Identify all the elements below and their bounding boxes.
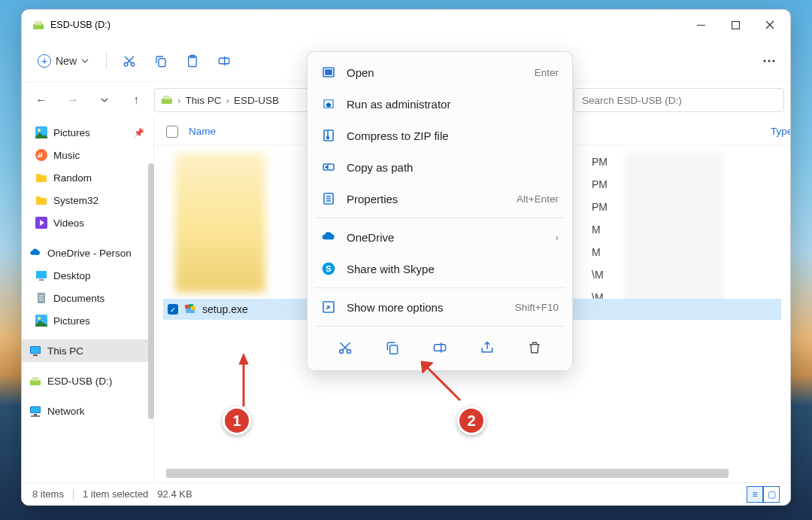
menu-item-compress[interactable]: Compress to ZIP file — [308, 120, 572, 151]
tiles-view-button[interactable]: ▢ — [763, 486, 780, 503]
dates-column: PM PM PM M M \M \M — [592, 156, 629, 303]
separator — [315, 287, 565, 288]
annotation-arrow — [236, 354, 251, 411]
nav-item-onedrive[interactable]: OneDrive - Person — [22, 242, 153, 264]
nav-recent-button[interactable] — [91, 87, 118, 114]
column-type[interactable]: Type — [771, 126, 791, 137]
nav-item-thispc[interactable]: This PC — [22, 339, 153, 362]
nav-item-pictures[interactable]: Pictures 📌 — [22, 121, 153, 144]
new-button[interactable]: + New — [28, 49, 98, 73]
menu-item-more-options[interactable]: Show more options Shift+F10 — [308, 291, 572, 323]
nav-item-network[interactable]: Network — [22, 400, 153, 422]
folder-icon — [35, 172, 47, 184]
nav-up-button[interactable]: ↑ — [123, 87, 150, 114]
svg-rect-46 — [191, 306, 195, 310]
menu-label: OneDrive — [347, 231, 394, 244]
nav-item-od-documents[interactable]: Documents — [22, 287, 153, 309]
menu-label: Share with Skype — [347, 263, 435, 275]
desktop-icon — [35, 269, 47, 281]
search-input[interactable] — [574, 88, 784, 112]
zip-icon — [321, 128, 336, 143]
navigation-pane[interactable]: Pictures 📌 Music Random System32 Videos — [22, 118, 154, 482]
menu-item-copy-path[interactable]: Copy as path — [308, 151, 572, 183]
scrollbar-thumb[interactable] — [166, 469, 729, 478]
svg-line-69 — [427, 367, 460, 400]
chevron-right-icon: › — [226, 95, 230, 106]
drive-icon — [32, 19, 44, 31]
ctx-rename-button[interactable] — [431, 339, 449, 357]
date-fragment: M — [592, 246, 629, 258]
drive-icon — [161, 93, 173, 108]
menu-item-onedrive[interactable]: OneDrive › — [308, 221, 572, 253]
status-item-count: 8 items — [32, 488, 64, 500]
menu-shortcut: Enter — [535, 67, 559, 78]
chevron-down-icon — [81, 57, 89, 65]
nav-scrollbar[interactable] — [148, 163, 154, 419]
nav-item-od-pictures[interactable]: Pictures — [22, 309, 153, 332]
plus-icon: + — [38, 54, 51, 68]
ctx-share-button[interactable] — [478, 339, 496, 357]
spacer — [22, 332, 153, 339]
menu-item-run-admin[interactable]: Run as administrator — [308, 88, 572, 120]
ctx-cut-button[interactable] — [336, 339, 354, 357]
status-selection: 1 item selected — [83, 488, 148, 500]
blurred-content — [625, 153, 723, 303]
nav-label: Network — [47, 406, 85, 417]
nav-item-od-desktop[interactable]: Desktop — [22, 264, 153, 287]
ctx-delete-button[interactable] — [526, 339, 544, 357]
svg-rect-4 — [732, 21, 739, 29]
nav-item-system32[interactable]: System32 — [22, 189, 153, 211]
column-name[interactable]: Name — [189, 126, 216, 137]
copy-button[interactable] — [146, 46, 176, 76]
date-fragment: PM — [592, 156, 629, 168]
ctx-copy-button[interactable] — [383, 339, 401, 357]
shield-icon — [321, 96, 336, 111]
nav-item-videos[interactable]: Videos — [22, 211, 153, 234]
separator — [106, 52, 107, 70]
maximize-button[interactable] — [718, 10, 753, 40]
rename-button[interactable] — [209, 46, 239, 76]
drive-icon — [29, 375, 41, 387]
date-fragment: M — [592, 224, 629, 236]
menu-item-open[interactable]: Open Enter — [308, 56, 572, 88]
menu-item-skype[interactable]: S Share with Skype — [308, 253, 572, 284]
nav-label: Desktop — [53, 270, 91, 281]
nav-label: Pictures — [53, 315, 90, 327]
svg-point-17 — [768, 59, 771, 62]
status-bar: 8 items 1 item selected 92.4 KB ≡ ▢ — [22, 482, 790, 505]
date-fragment: \M — [592, 269, 629, 281]
svg-rect-14 — [219, 58, 229, 64]
spacer — [22, 234, 153, 242]
annotation-callout-1: 1 — [223, 406, 251, 435]
videos-icon — [35, 217, 47, 229]
nav-label: Music — [53, 150, 80, 161]
minimize-button[interactable] — [683, 10, 718, 40]
details-view-button[interactable]: ≡ — [747, 486, 763, 503]
pictures-icon — [35, 126, 47, 138]
breadcrumb-seg-thispc[interactable]: This PC — [186, 95, 222, 106]
file-checkbox[interactable]: ✓ — [168, 304, 178, 315]
nav-item-random[interactable]: Random — [22, 166, 153, 189]
more-button[interactable] — [754, 46, 784, 76]
nav-item-music[interactable]: Music — [22, 144, 153, 166]
svg-rect-36 — [33, 354, 38, 356]
select-all-checkbox[interactable] — [166, 126, 178, 138]
horizontal-scrollbar[interactable] — [163, 467, 781, 479]
menu-item-properties[interactable]: Properties Alt+Enter — [308, 183, 572, 214]
nav-forward-button[interactable]: → — [59, 87, 86, 114]
menu-label: Open — [347, 66, 374, 79]
svg-rect-64 — [389, 345, 397, 354]
nav-item-esdusb[interactable]: ESD-USB (D:) — [22, 369, 153, 392]
cut-button[interactable] — [114, 46, 144, 76]
nav-back-button[interactable]: ← — [28, 87, 55, 114]
paste-button[interactable] — [177, 46, 208, 76]
nav-label: Pictures — [53, 127, 90, 138]
music-icon — [35, 149, 47, 161]
close-button[interactable] — [753, 10, 787, 40]
pin-icon: 📌 — [134, 128, 144, 138]
status-size: 92.4 KB — [157, 488, 192, 500]
svg-rect-38 — [32, 377, 39, 381]
nav-label: ESD-USB (D:) — [47, 376, 112, 387]
breadcrumb-seg-drive[interactable]: ESD-USB — [234, 95, 279, 106]
svg-rect-41 — [34, 414, 37, 415]
